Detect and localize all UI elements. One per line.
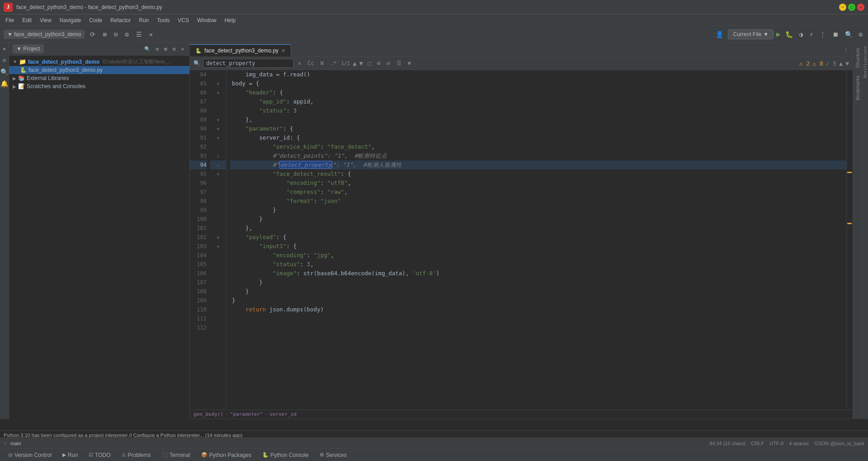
services-tab[interactable]: ⚙ Services: [315, 451, 351, 459]
structure-side-icon[interactable]: ≡: [0, 56, 9, 64]
search-everywhere-icon[interactable]: 🔍: [843, 30, 854, 39]
fold-arrow-95[interactable]: ▼: [217, 172, 219, 177]
search-input[interactable]: [203, 59, 293, 68]
code-line-112: [230, 323, 846, 332]
expand-errors-icon[interactable]: ▲: [839, 60, 843, 67]
fold-arrow-90[interactable]: ▼: [217, 127, 219, 132]
tree-file-item[interactable]: 🐍 face_detect_python3_demo.py: [9, 66, 189, 74]
python-filename: face_detect_python3_demo.py: [28, 67, 103, 73]
menu-navigate[interactable]: Navigate: [56, 16, 85, 24]
run-with-coverage-icon[interactable]: ◑: [797, 30, 805, 39]
breadcrumb-func[interactable]: gen_body(): [193, 411, 223, 417]
code-line-105: "status": 3,: [230, 260, 846, 269]
project-search-icon[interactable]: 🔍: [142, 45, 152, 53]
menu-view[interactable]: View: [36, 16, 55, 24]
project-panel-title[interactable]: ▼ Project: [13, 44, 44, 53]
favorites-icon[interactable]: ★: [0, 44, 9, 52]
search-prev-button[interactable]: ▲: [353, 60, 356, 67]
run-icon: ▶: [62, 452, 66, 458]
stop-button[interactable]: ⏹: [830, 30, 840, 39]
tree-scratches[interactable]: ▶ 📝 Scratches and Consoles: [9, 82, 189, 90]
tree-root-item[interactable]: ▼ 📁 face_detect_python3_demo D:\study\作业…: [9, 57, 189, 66]
gutter-112: [210, 323, 226, 332]
python-packages-tab[interactable]: 📦 Python Packages: [197, 451, 256, 459]
profile-run-icon[interactable]: ⚡: [807, 30, 815, 39]
terminal-tab[interactable]: ⬛ Terminal: [157, 451, 194, 459]
preview-icon[interactable]: ⊟: [385, 59, 392, 67]
menu-run[interactable]: Run: [135, 16, 152, 24]
python-console-tab[interactable]: 🐍 Python Console: [258, 451, 313, 459]
todo-tab[interactable]: ☑ TODO: [84, 451, 115, 459]
breadcrumb-serverid[interactable]: server_id: [269, 411, 297, 417]
search-next-button[interactable]: ▼: [359, 60, 363, 67]
find-icon[interactable]: 🔍: [0, 68, 9, 76]
tree-external-lib[interactable]: ▶ 📚 External Libraries: [9, 74, 189, 82]
project-close-icon[interactable]: ✕: [179, 45, 186, 53]
project-gear-icon[interactable]: ⊞: [162, 45, 169, 53]
close-button[interactable]: ✕: [857, 4, 864, 11]
external-libraries-label: External Libraries: [27, 75, 69, 81]
menu-tools[interactable]: Tools: [153, 16, 173, 24]
fold-arrow-102[interactable]: ▼: [217, 235, 219, 240]
tab-more-button[interactable]: ⋮: [840, 44, 853, 56]
collapse-errors-icon[interactable]: ▼: [845, 60, 849, 67]
bookmarks-panel-label[interactable]: Bookmarks: [854, 72, 861, 104]
encoding-indicator[interactable]: UTF-8: [769, 441, 783, 446]
filter-icon[interactable]: ▼: [406, 59, 413, 67]
fold-arrow-85[interactable]: ▼: [217, 81, 219, 86]
project-cog-icon[interactable]: ⚙: [154, 45, 161, 53]
project-settings-icon[interactable]: ⚙: [171, 45, 178, 53]
open-in-find-icon[interactable]: □: [366, 59, 373, 67]
active-editor-tab[interactable]: 🐍 face_detect_python3_demo.py ✕: [190, 44, 291, 56]
match-case-button[interactable]: Cc: [306, 59, 316, 67]
code-editor[interactable]: 84 85 86 87 88 89 90 91 92 93 94 95 96 9…: [190, 70, 853, 409]
settings-main-icon[interactable]: ⚙: [857, 30, 864, 39]
maximize-button[interactable]: □: [848, 4, 855, 11]
more-run-icon[interactable]: ⋮: [818, 30, 828, 39]
crlf-indicator[interactable]: CRLF: [751, 441, 764, 446]
git-icon: ⑂: [4, 441, 7, 446]
context-icon[interactable]: ☰: [395, 59, 403, 67]
menu-edit[interactable]: Edit: [19, 16, 35, 24]
fold-arrow-89[interactable]: ▼: [217, 118, 219, 122]
clear-search-button[interactable]: ✕: [296, 59, 303, 67]
structure-panel-label[interactable]: Structure: [854, 44, 861, 72]
debug-button[interactable]: 🐛: [783, 30, 795, 39]
sync-icon[interactable]: ⟳: [88, 30, 97, 39]
whole-word-button[interactable]: W: [319, 59, 326, 67]
notifications-icon[interactable]: 🔔: [0, 80, 9, 88]
collapse-icon[interactable]: ⊟: [112, 30, 119, 39]
run-button[interactable]: ▶: [776, 30, 781, 38]
project-selector[interactable]: ▼ face_detect_python3_demo: [4, 30, 85, 39]
run-tab[interactable]: ▶ Run: [58, 451, 82, 459]
code-content[interactable]: img_data = f.read() body = { "header": {…: [226, 70, 846, 409]
tab-close-button[interactable]: ✕: [281, 48, 285, 54]
menu-code[interactable]: Code: [85, 16, 106, 24]
minimize-button[interactable]: ─: [839, 4, 846, 11]
settings-icon[interactable]: ⚙: [123, 30, 130, 39]
indent-indicator[interactable]: 4 spaces: [789, 441, 809, 446]
position-indicator[interactable]: 94:34 (15 chars): [709, 441, 745, 446]
menu-refactor[interactable]: Refactor: [107, 16, 134, 24]
profile-icon[interactable]: 👤: [714, 30, 725, 39]
notifications-label[interactable]: Notifications: [862, 42, 868, 81]
menu-vcs[interactable]: VCS: [174, 16, 193, 24]
menu-help[interactable]: Help: [221, 16, 240, 24]
regex-button[interactable]: .*: [328, 59, 338, 67]
fold-arrow-103[interactable]: ▼: [217, 244, 219, 249]
close-panel-icon[interactable]: ✕: [147, 30, 155, 39]
problems-tab[interactable]: ⚠ Problems: [117, 451, 156, 459]
menu-file[interactable]: File: [2, 16, 18, 24]
menu-window[interactable]: Window: [193, 16, 220, 24]
layout-icon[interactable]: ☰: [134, 30, 144, 39]
title-left: J face_detect_python3_demo - face_detect…: [4, 3, 162, 12]
current-file-button[interactable]: Current File ▼: [728, 29, 774, 39]
expand-icon[interactable]: ⊞: [101, 30, 108, 39]
gutter-area: ▼ ▼ ▼ ▼ ▼ ⊙: [210, 70, 226, 409]
fold-arrow-86[interactable]: ▼: [217, 90, 219, 95]
multiline-icon[interactable]: ⊞: [375, 59, 382, 67]
breadcrumb-param[interactable]: "parameter": [230, 411, 263, 417]
check-icon: ✓ 5: [826, 60, 836, 67]
version-control-tab[interactable]: ◎ Version Control: [4, 451, 56, 459]
fold-arrow-91[interactable]: ▼: [217, 136, 219, 141]
